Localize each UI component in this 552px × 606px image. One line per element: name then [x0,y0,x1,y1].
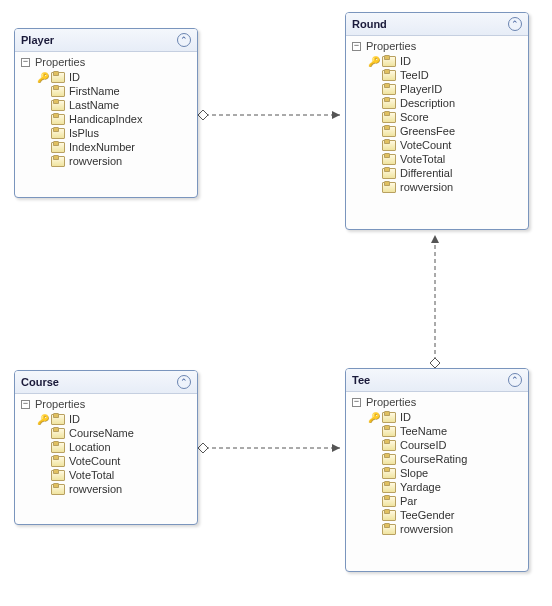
property-row[interactable]: VoteCount [368,138,522,152]
property-row[interactable]: TeeGender [368,508,522,522]
collapse-button[interactable]: ⌃ [508,17,522,31]
property-row[interactable]: TeeID [368,68,522,82]
property-row[interactable]: TeeName [368,424,522,438]
svg-marker-4 [430,358,440,368]
property-row[interactable]: Description [368,96,522,110]
property-row[interactable]: rowversion [37,482,191,496]
collapse-button[interactable]: ⌃ [508,373,522,387]
entity-title: Round [352,18,387,30]
property-icon [382,55,396,67]
property-icon [51,99,65,111]
property-name: CourseID [400,439,446,451]
svg-marker-3 [332,444,340,452]
expand-collapse-icon[interactable]: − [21,400,30,409]
properties-list: 🔑IDFirstNameLastNameHandicapIndexIsPlusI… [15,70,197,174]
entity-course[interactable]: Course⌃−Properties🔑IDCourseNameLocationV… [14,370,198,525]
property-row[interactable]: VoteTotal [368,152,522,166]
properties-section-header[interactable]: −Properties [346,36,528,54]
property-icon [51,85,65,97]
key-icon: 🔑 [37,72,47,83]
expand-collapse-icon[interactable]: − [21,58,30,67]
property-row[interactable]: Slope [368,466,522,480]
entity-header[interactable]: Round⌃ [346,13,528,36]
property-row[interactable]: GreensFee [368,124,522,138]
entity-header[interactable]: Player⌃ [15,29,197,52]
property-row[interactable]: VoteCount [37,454,191,468]
property-icon [382,481,396,493]
property-name: Slope [400,467,428,479]
property-row[interactable]: Yardage [368,480,522,494]
svg-marker-1 [332,111,340,119]
property-name: TeeGender [400,509,454,521]
property-row[interactable]: rowversion [37,154,191,168]
property-row[interactable]: HandicapIndex [37,112,191,126]
properties-section-header[interactable]: −Properties [15,394,197,412]
property-row[interactable]: IsPlus [37,126,191,140]
key-icon: 🔑 [37,414,47,425]
property-name: ID [69,71,80,83]
property-row[interactable]: 🔑ID [37,412,191,426]
property-name: Par [400,495,417,507]
properties-section-header[interactable]: −Properties [15,52,197,70]
property-icon [51,455,65,467]
property-row[interactable]: 🔑ID [368,410,522,424]
property-name: FirstName [69,85,120,97]
expand-collapse-icon[interactable]: − [352,398,361,407]
property-name: Yardage [400,481,441,493]
property-row[interactable]: VoteTotal [37,468,191,482]
properties-list: 🔑IDTeeIDPlayerIDDescriptionScoreGreensFe… [346,54,528,200]
entity-player[interactable]: Player⌃−Properties🔑IDFirstNameLastNameHa… [14,28,198,198]
svg-marker-2 [198,443,208,453]
property-row[interactable]: PlayerID [368,82,522,96]
property-icon [382,509,396,521]
property-row[interactable]: CourseName [37,426,191,440]
property-icon [382,439,396,451]
entity-header[interactable]: Tee⌃ [346,369,528,392]
property-icon [382,495,396,507]
property-name: LastName [69,99,119,111]
entity-round[interactable]: Round⌃−Properties🔑IDTeeIDPlayerIDDescrip… [345,12,529,230]
entity-title: Tee [352,374,370,386]
entity-header[interactable]: Course⌃ [15,371,197,394]
property-row[interactable]: rowversion [368,522,522,536]
properties-label: Properties [35,56,85,68]
property-row[interactable]: CourseID [368,438,522,452]
property-row[interactable]: FirstName [37,84,191,98]
property-icon [382,425,396,437]
property-icon [51,441,65,453]
entity-tee[interactable]: Tee⌃−Properties🔑IDTeeNameCourseIDCourseR… [345,368,529,572]
property-name: VoteCount [400,139,451,151]
property-row[interactable]: Par [368,494,522,508]
property-row[interactable]: LastName [37,98,191,112]
property-row[interactable]: Differential [368,166,522,180]
property-row[interactable]: IndexNumber [37,140,191,154]
property-row[interactable]: rowversion [368,180,522,194]
property-name: rowversion [69,483,122,495]
properties-section-header[interactable]: −Properties [346,392,528,410]
property-name: Description [400,97,455,109]
property-name: VoteTotal [400,153,445,165]
property-name: GreensFee [400,125,455,137]
property-row[interactable]: 🔑ID [368,54,522,68]
property-name: IsPlus [69,127,99,139]
property-row[interactable]: Location [37,440,191,454]
property-icon [51,113,65,125]
property-icon [382,69,396,81]
expand-collapse-icon[interactable]: − [352,42,361,51]
collapse-button[interactable]: ⌃ [177,33,191,47]
property-name: VoteTotal [69,469,114,481]
property-row[interactable]: 🔑ID [37,70,191,84]
property-icon [382,83,396,95]
property-icon [382,153,396,165]
collapse-button[interactable]: ⌃ [177,375,191,389]
property-icon [382,411,396,423]
property-name: rowversion [400,181,453,193]
property-icon [51,141,65,153]
entity-title: Player [21,34,54,46]
key-icon: 🔑 [368,412,378,423]
property-row[interactable]: Score [368,110,522,124]
er-diagram-canvas: Player⌃−Properties🔑IDFirstNameLastNameHa… [0,0,552,606]
properties-list: 🔑IDTeeNameCourseIDCourseRatingSlopeYarda… [346,410,528,542]
property-row[interactable]: CourseRating [368,452,522,466]
property-name: Differential [400,167,452,179]
